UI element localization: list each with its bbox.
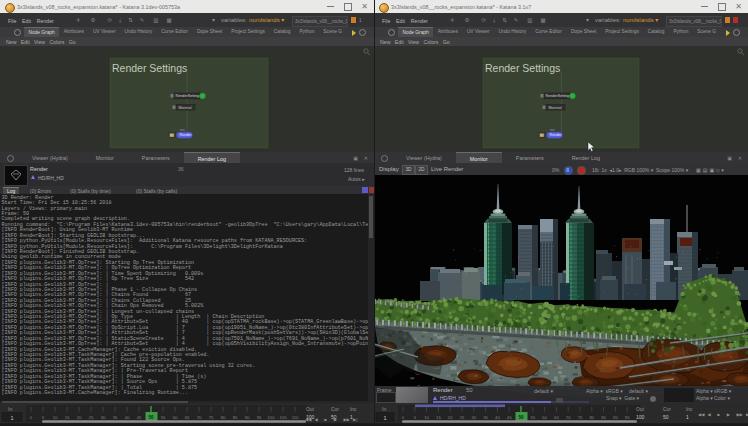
svg-text:95: 95 xyxy=(257,415,262,420)
svg-text:70: 70 xyxy=(197,415,202,420)
svg-text:20: 20 xyxy=(448,415,453,420)
svg-text:95: 95 xyxy=(625,415,630,420)
svg-text:10: 10 xyxy=(424,415,429,420)
svg-text:◀◀: ◀◀ xyxy=(305,417,312,422)
svg-text:85: 85 xyxy=(233,415,238,420)
svg-text:▶▶: ▶▶ xyxy=(343,417,350,422)
svg-text:110: 110 xyxy=(292,415,299,420)
svg-text:90: 90 xyxy=(245,415,250,420)
svg-text:75: 75 xyxy=(209,415,214,420)
svg-text:50: 50 xyxy=(518,415,524,420)
svg-text:60: 60 xyxy=(173,415,178,420)
svg-text:Render: Render xyxy=(550,133,563,137)
svg-text:Render: Render xyxy=(180,133,193,137)
svg-text:35: 35 xyxy=(113,415,118,420)
svg-text:Inc: Inc xyxy=(686,407,693,412)
svg-text:35: 35 xyxy=(483,415,488,420)
svg-text:◀◀: ◀◀ xyxy=(698,412,705,417)
svg-text:55: 55 xyxy=(530,415,535,420)
svg-text:Inc: Inc xyxy=(350,407,357,412)
svg-text:50: 50 xyxy=(148,415,154,420)
svg-text:Cur: Cur xyxy=(331,407,339,412)
svg-text:45: 45 xyxy=(507,415,512,420)
svg-text:Material: Material xyxy=(549,106,562,110)
svg-text:90: 90 xyxy=(613,415,618,420)
svg-text:nsi: nsi xyxy=(550,128,555,132)
svg-text:75: 75 xyxy=(578,415,583,420)
svg-text:40: 40 xyxy=(125,415,130,420)
svg-text:60: 60 xyxy=(542,415,547,420)
svg-text:nsi: nsi xyxy=(180,128,185,132)
svg-text:1: 1 xyxy=(686,414,689,420)
svg-text:▶▶: ▶▶ xyxy=(736,412,743,417)
svg-text:50: 50 xyxy=(663,414,669,420)
svg-text:55: 55 xyxy=(161,415,166,420)
svg-text:80: 80 xyxy=(589,415,594,420)
svg-text:Material: Material xyxy=(179,106,192,110)
svg-text:RenderSettings: RenderSettings xyxy=(176,94,202,98)
svg-text:Cur: Cur xyxy=(663,407,671,412)
svg-text:85: 85 xyxy=(601,415,606,420)
svg-text:105: 105 xyxy=(280,415,288,420)
svg-text:15: 15 xyxy=(436,415,441,420)
svg-text:65: 65 xyxy=(554,415,559,420)
svg-text:25: 25 xyxy=(89,415,94,420)
svg-text:In: In xyxy=(8,406,12,412)
svg-text:1: 1 xyxy=(10,415,13,421)
svg-text:In: In xyxy=(382,406,386,412)
svg-text:15: 15 xyxy=(65,415,70,420)
svg-text:65: 65 xyxy=(185,415,190,420)
svg-text:80: 80 xyxy=(221,415,226,420)
svg-text:70: 70 xyxy=(566,415,571,420)
svg-text:20: 20 xyxy=(77,415,82,420)
svg-text:RenderSettings: RenderSettings xyxy=(546,94,572,98)
svg-text:10: 10 xyxy=(53,415,58,420)
svg-text:100: 100 xyxy=(268,415,276,420)
svg-text:30: 30 xyxy=(471,415,476,420)
svg-text:25: 25 xyxy=(460,415,465,420)
svg-text:1: 1 xyxy=(383,415,386,421)
svg-text:Render Settings: Render Settings xyxy=(485,62,560,74)
svg-text:30: 30 xyxy=(101,415,106,420)
svg-text:Out: Out xyxy=(636,407,644,412)
svg-text:40: 40 xyxy=(495,415,500,420)
svg-text:▶|: ▶| xyxy=(353,417,357,422)
svg-text:45: 45 xyxy=(137,415,142,420)
svg-text:Render Settings: Render Settings xyxy=(112,62,187,74)
svg-text:100: 100 xyxy=(636,414,645,420)
svg-text:Out: Out xyxy=(306,407,314,412)
